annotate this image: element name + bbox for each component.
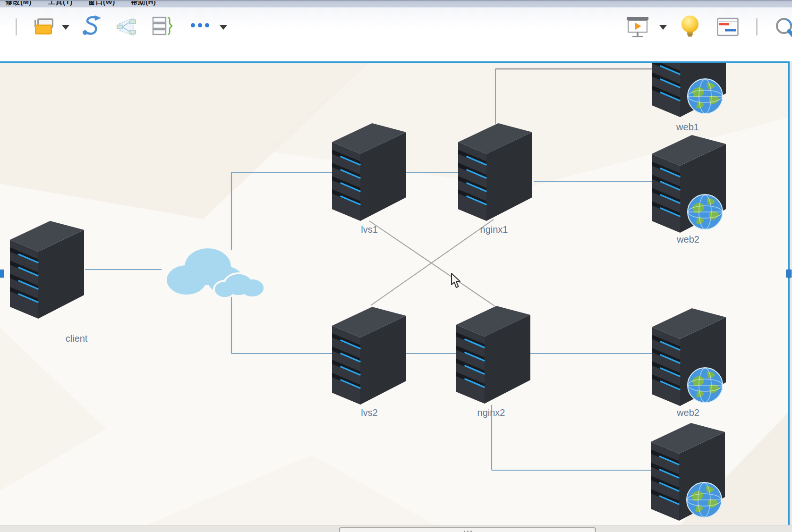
selection-handle-left[interactable]	[0, 270, 4, 278]
org-structure-button[interactable]	[116, 17, 137, 38]
selection-handle-right[interactable]	[786, 270, 792, 278]
more-options-dropdown-caret[interactable]	[220, 25, 227, 30]
presentation-button[interactable]	[626, 16, 649, 41]
toolbar-separator	[756, 18, 758, 35]
horizontal-scrollbar-track[interactable]	[0, 525, 792, 532]
node-web3[interactable]	[649, 422, 726, 522]
server-shape	[455, 304, 532, 405]
org-structure-icon	[116, 17, 137, 36]
zoom-search-button[interactable]	[774, 16, 792, 43]
menu-window[interactable]: 窗口(W)	[88, 0, 115, 7]
list-brace-icon	[152, 17, 174, 36]
node-label-nginx1: nginx1	[480, 224, 508, 235]
node-label-lvs2: lvs2	[361, 407, 378, 418]
mouse-cursor	[450, 273, 463, 291]
report-window-button[interactable]	[717, 17, 739, 38]
internet-cloud[interactable]	[159, 238, 266, 306]
connector-curve-button[interactable]	[81, 16, 103, 39]
node-label-nginx2: nginx2	[477, 407, 505, 418]
more-dots-icon	[191, 23, 195, 27]
menu-help[interactable]: 帮助(H)	[131, 0, 156, 7]
drawing-canvas[interactable]: client lvs1 nginx1 lvs2 nginx2 web1 web2…	[0, 63, 788, 525]
node-label-web1: web1	[676, 122, 699, 133]
node-lvs1[interactable]	[331, 122, 408, 222]
node-nginx2[interactable]	[455, 304, 532, 405]
menu-modify[interactable]: 修改(M)	[6, 0, 32, 7]
globe-icon	[686, 366, 724, 404]
node-label-lvs1: lvs1	[361, 224, 378, 235]
node-nginx1[interactable]	[457, 122, 534, 222]
globe-icon	[686, 193, 724, 231]
globe-icon	[685, 481, 723, 519]
idea-bulb-button[interactable]	[680, 15, 700, 40]
server-shape	[331, 305, 408, 405]
page-right-border	[788, 61, 790, 525]
more-options-button[interactable]	[191, 23, 209, 27]
idea-bulb-icon	[680, 15, 700, 38]
toolbar	[0, 8, 792, 61]
node-label-client: client	[66, 333, 88, 344]
menu-bar: 修改(M) 工具(T) 窗口(W) 帮助(H)	[0, 0, 792, 8]
node-label-web2-bottom: web2	[677, 407, 699, 418]
node-web2-bottom[interactable]	[650, 307, 727, 407]
node-label-web2-top: web2	[677, 234, 699, 245]
canvas-right-margin	[790, 61, 792, 525]
menu-tools[interactable]: 工具(T)	[48, 0, 73, 7]
horizontal-scrollbar-thumb[interactable]	[339, 527, 596, 532]
server-shape	[9, 220, 85, 320]
presentation-play-icon	[626, 16, 649, 39]
window-top-edge	[0, 0, 792, 1]
report-window-icon	[717, 17, 739, 36]
theme-style-button[interactable]	[31, 17, 54, 36]
diagram-app-window: { "window": { "menu_items": ["修改(M)", "工…	[0, 0, 792, 532]
globe-icon	[686, 77, 724, 115]
presentation-dropdown-caret[interactable]	[659, 25, 667, 30]
server-shape	[457, 122, 534, 222]
theme-style-dropdown-caret[interactable]	[62, 25, 69, 30]
zoom-search-icon	[774, 16, 792, 41]
node-client[interactable]	[9, 220, 85, 320]
connector-curve-icon	[81, 16, 103, 37]
node-web2-top[interactable]	[650, 134, 727, 234]
server-shape	[331, 122, 408, 222]
toolbar-separator	[16, 18, 17, 35]
node-lvs2[interactable]	[331, 305, 408, 405]
list-brace-button[interactable]	[152, 17, 174, 38]
node-web1[interactable]	[650, 63, 727, 118]
scroll-grip-icon	[464, 531, 465, 532]
